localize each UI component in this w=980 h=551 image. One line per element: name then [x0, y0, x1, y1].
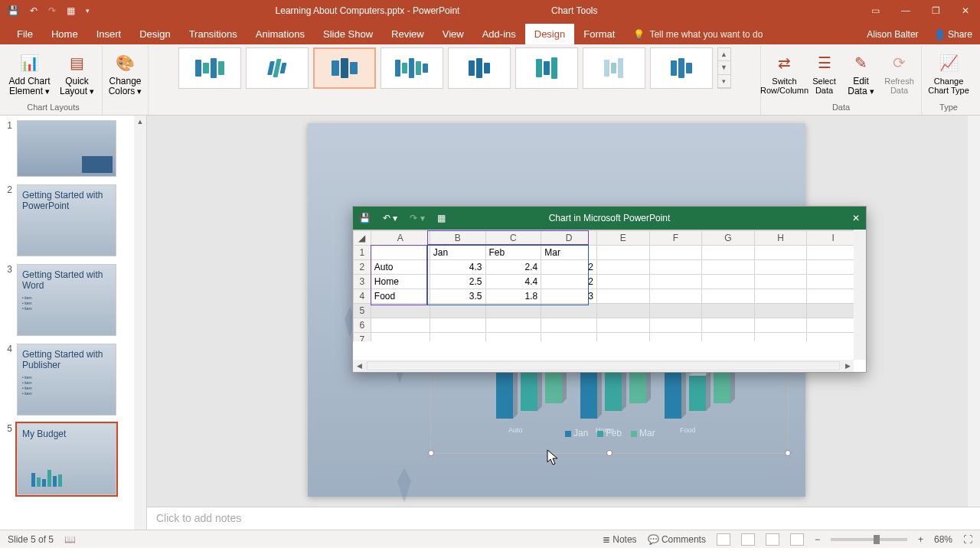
excel-redo-icon[interactable]: ↷ ▾: [410, 213, 424, 223]
col-header[interactable]: C: [485, 231, 541, 246]
redo-icon[interactable]: ↷: [48, 5, 56, 16]
minimize-icon[interactable]: —: [901, 5, 910, 16]
gallery-down-icon[interactable]: ▼: [718, 61, 730, 74]
grid-row[interactable]: 7: [354, 333, 860, 342]
undo-icon[interactable]: ↶: [30, 5, 38, 16]
excel-save-icon[interactable]: 💾: [359, 213, 371, 223]
hscroll-left-icon[interactable]: ◀: [353, 360, 365, 372]
grid-row[interactable]: 6: [354, 318, 860, 333]
close-icon[interactable]: ✕: [962, 5, 969, 16]
tab-view[interactable]: View: [433, 24, 473, 44]
refresh-data-button: ⟳Refresh Data: [882, 47, 917, 95]
excel-titlebar: 💾 ↶ ▾ ↷ ▾ ▦ Chart in Microsoft PowerPoin…: [353, 207, 866, 230]
tab-home[interactable]: Home: [42, 24, 87, 44]
qat-more-icon[interactable]: ▾: [86, 7, 90, 15]
chart-style-1[interactable]: [178, 47, 241, 89]
col-header[interactable]: H: [754, 231, 807, 246]
chart-data-window[interactable]: 💾 ↶ ▾ ↷ ▾ ▦ Chart in Microsoft PowerPoin…: [352, 206, 867, 373]
editor-scrollbar[interactable]: [968, 116, 980, 530]
excel-grid[interactable]: ◢ A B C D E F G H I 1: [353, 230, 866, 341]
fit-to-window-button[interactable]: ⛶: [963, 534, 972, 545]
spellcheck-icon[interactable]: 📖: [64, 534, 76, 545]
chart-style-5[interactable]: [448, 47, 511, 89]
grid-row[interactable]: 4 Food 3.5 1.8 3: [354, 289, 860, 304]
change-colors-button[interactable]: 🎨 Change Colors ▾: [104, 47, 147, 96]
user-name[interactable]: Alison Balter: [867, 29, 918, 40]
add-chart-element-button[interactable]: 📊 Add Chart Element ▾: [8, 47, 51, 96]
col-header[interactable]: E: [597, 231, 650, 246]
grid-row[interactable]: 1 Jan Feb Mar: [354, 246, 860, 260]
tell-me-search[interactable]: 💡 Tell me what you want to do: [633, 29, 763, 44]
zoom-slider[interactable]: [831, 538, 907, 541]
comments-toggle[interactable]: 💬 Comments: [648, 534, 706, 545]
sorter-view-button[interactable]: [741, 533, 755, 546]
scroll-up-icon[interactable]: ▲: [134, 116, 146, 128]
grid-row[interactable]: 2 Auto 4.3 2.4 2: [354, 260, 860, 275]
chart-styles-gallery[interactable]: ▲▼▾: [178, 47, 731, 103]
quick-layout-button[interactable]: ▤ Quick Layout ▾: [56, 47, 99, 96]
tab-addins[interactable]: Add-ins: [473, 24, 525, 44]
chart-style-6[interactable]: [515, 47, 578, 89]
tab-file[interactable]: File: [8, 24, 42, 44]
tab-design[interactable]: Design: [130, 24, 179, 44]
thumb-scrollbar[interactable]: ▲: [134, 116, 146, 530]
col-header[interactable]: A: [371, 231, 430, 246]
chart-style-2[interactable]: [246, 47, 309, 89]
hscroll-right-icon[interactable]: ▶: [841, 360, 854, 372]
gallery-up-icon[interactable]: ▲: [718, 48, 730, 61]
slide-thumb-3[interactable]: 3 Getting Started with Word• item• item•…: [5, 264, 132, 336]
chart-style-7[interactable]: [583, 47, 645, 89]
tab-chart-format[interactable]: Format: [574, 24, 624, 44]
tab-animations[interactable]: Animations: [247, 24, 314, 44]
slideshow-view-button[interactable]: [790, 533, 804, 546]
grid-row[interactable]: 3 Home 2.5 4.4 2: [354, 275, 860, 289]
col-header[interactable]: B: [430, 231, 485, 246]
gallery-scroll[interactable]: ▲▼▾: [717, 47, 731, 89]
grid-row[interactable]: 5: [354, 304, 860, 318]
chart-style-3[interactable]: [313, 47, 376, 89]
tab-insert[interactable]: Insert: [87, 24, 131, 44]
tab-slideshow[interactable]: Slide Show: [314, 24, 382, 44]
excel-undo-icon[interactable]: ↶ ▾: [383, 213, 397, 223]
save-icon[interactable]: 💾: [8, 5, 19, 16]
slide-thumb-2[interactable]: 2 Getting Started with PowerPoint: [5, 184, 132, 256]
switch-icon: ⇄: [773, 51, 797, 75]
share-button[interactable]: 👤 Share: [934, 29, 972, 40]
switch-row-column-button[interactable]: ⇄Switch Row/Column: [766, 47, 804, 95]
tab-transitions[interactable]: Transitions: [180, 24, 247, 44]
start-from-beginning-icon[interactable]: ▦: [67, 5, 75, 16]
col-header[interactable]: F: [649, 231, 702, 246]
chart-style-4[interactable]: [381, 47, 443, 89]
select-all-cell[interactable]: ◢: [354, 231, 371, 246]
slide-thumb-1[interactable]: 1: [5, 120, 132, 177]
edit-data-button[interactable]: ✎Edit Data ▾: [845, 47, 877, 96]
chart-style-8[interactable]: [650, 47, 713, 89]
zoom-out-button[interactable]: −: [815, 534, 820, 545]
excel-close-icon[interactable]: ✕: [852, 213, 860, 223]
col-header[interactable]: D: [541, 231, 597, 246]
tab-review[interactable]: Review: [382, 24, 433, 44]
change-chart-type-button[interactable]: 📈Change Chart Type: [927, 47, 970, 95]
status-bar: Slide 5 of 5 📖 ≣ Notes 💬 Comments − + 68…: [0, 530, 980, 548]
col-header[interactable]: I: [807, 231, 860, 246]
zoom-in-button[interactable]: +: [918, 534, 923, 545]
gallery-more-icon[interactable]: ▾: [718, 75, 730, 88]
slide-thumb-4[interactable]: 4 Getting Started with Publisher• item• …: [5, 344, 132, 416]
notes-pane[interactable]: Click to add notes: [147, 507, 980, 530]
select-data-button[interactable]: ☰Select Data: [808, 47, 841, 95]
tab-chart-design[interactable]: Design: [525, 24, 574, 44]
thumb-title: Getting Started with Publisher: [22, 349, 111, 370]
notes-toggle[interactable]: ≣ Notes: [603, 534, 637, 545]
zoom-level[interactable]: 68%: [934, 534, 952, 545]
ribbon-display-icon[interactable]: ▭: [871, 5, 880, 16]
reading-view-button[interactable]: [766, 533, 779, 546]
slide-thumb-5[interactable]: 5 My Budget: [5, 423, 132, 495]
normal-view-button[interactable]: [717, 533, 730, 546]
col-header[interactable]: G: [702, 231, 755, 246]
excel-customize-icon[interactable]: ▦: [437, 213, 446, 223]
excel-hscroll[interactable]: ◀ ▶: [353, 360, 854, 372]
excel-vscroll[interactable]: [854, 230, 866, 360]
slide-thumbnail-pane[interactable]: ▲ 1 2 Getting Started with PowerPoint 3 …: [0, 116, 147, 530]
maximize-icon[interactable]: ❐: [932, 5, 940, 16]
collapse-ribbon-icon[interactable]: ˄: [971, 5, 975, 15]
